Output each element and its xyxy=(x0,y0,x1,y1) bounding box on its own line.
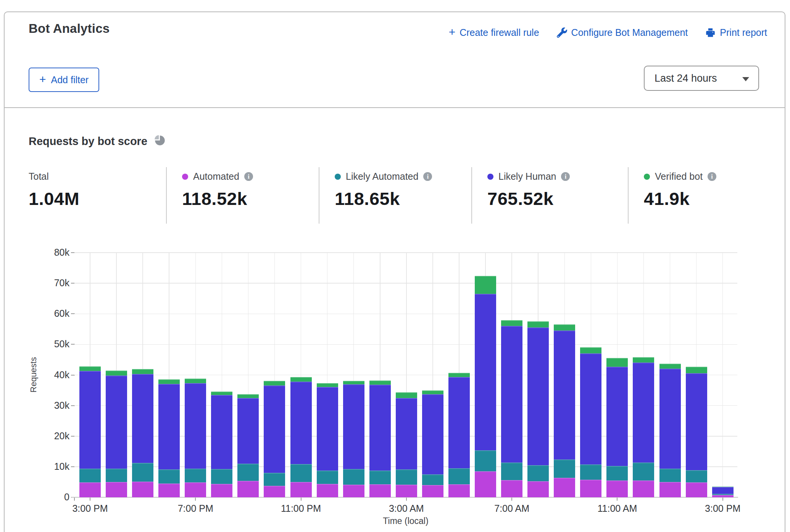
bar-segment-likely-human[interactable] xyxy=(132,374,153,463)
bar-segment-automated[interactable] xyxy=(79,482,101,497)
info-icon[interactable]: i xyxy=(708,172,716,181)
info-icon[interactable]: i xyxy=(244,172,253,181)
bar-segment-automated[interactable] xyxy=(475,471,496,497)
bar-segment-automated[interactable] xyxy=(712,495,734,497)
bar-segment-likely-automated[interactable] xyxy=(290,464,312,482)
bar-segment-verified-bot[interactable] xyxy=(185,379,206,383)
bar-segment-likely-human[interactable] xyxy=(659,369,681,469)
bar-segment-likely-human[interactable] xyxy=(606,367,628,466)
bar-segment-likely-automated[interactable] xyxy=(211,469,232,484)
bar-segment-verified-bot[interactable] xyxy=(211,392,232,395)
bar-segment-likely-human[interactable] xyxy=(475,294,496,450)
bar-segment-likely-automated[interactable] xyxy=(712,494,734,495)
bar-segment-likely-automated[interactable] xyxy=(501,463,522,480)
bar-segment-likely-automated[interactable] xyxy=(317,471,338,484)
bar-segment-verified-bot[interactable] xyxy=(396,392,417,398)
bar-segment-likely-automated[interactable] xyxy=(580,464,601,480)
bar-segment-likely-human[interactable] xyxy=(580,353,601,465)
bar-segment-automated[interactable] xyxy=(527,481,549,497)
bar-segment-likely-human[interactable] xyxy=(396,398,417,469)
time-range-dropdown[interactable]: Last 24 hours xyxy=(644,66,759,91)
bar-segment-likely-human[interactable] xyxy=(79,371,101,469)
bar-segment-verified-bot[interactable] xyxy=(106,371,127,376)
bar-segment-verified-bot[interactable] xyxy=(237,394,259,398)
bar-segment-automated[interactable] xyxy=(158,484,180,497)
bar-segment-verified-bot[interactable] xyxy=(343,381,364,384)
bar-segment-likely-human[interactable] xyxy=(686,373,707,470)
bar-segment-automated[interactable] xyxy=(264,486,285,497)
bar-segment-automated[interactable] xyxy=(659,482,681,497)
bar-segment-likely-automated[interactable] xyxy=(185,469,206,482)
bar-segment-verified-bot[interactable] xyxy=(580,347,601,353)
bar-segment-verified-bot[interactable] xyxy=(158,379,180,384)
bar-segment-automated[interactable] xyxy=(686,482,707,497)
bar-segment-likely-human[interactable] xyxy=(448,377,470,468)
bar-segment-likely-automated[interactable] xyxy=(158,469,180,484)
bar-segment-automated[interactable] xyxy=(580,480,601,497)
bar-segment-verified-bot[interactable] xyxy=(290,377,312,382)
bar-segment-verified-bot[interactable] xyxy=(317,383,338,387)
bar-segment-automated[interactable] xyxy=(396,485,417,497)
bar-segment-automated[interactable] xyxy=(211,484,232,497)
bar-segment-likely-automated[interactable] xyxy=(448,468,470,484)
bar-segment-verified-bot[interactable] xyxy=(527,321,549,327)
bar-segment-likely-automated[interactable] xyxy=(369,471,391,484)
bar-segment-likely-automated[interactable] xyxy=(237,464,259,481)
bar-segment-verified-bot[interactable] xyxy=(501,320,522,326)
bar-segment-verified-bot[interactable] xyxy=(686,367,707,373)
configure-bot-management-link[interactable]: Configure Bot Management xyxy=(557,27,688,38)
bar-segment-automated[interactable] xyxy=(132,482,153,497)
bar-segment-likely-human[interactable] xyxy=(527,327,549,465)
bar-segment-verified-bot[interactable] xyxy=(633,357,654,363)
bar-segment-likely-automated[interactable] xyxy=(686,470,707,482)
bar-segment-automated[interactable] xyxy=(369,484,391,497)
print-report-link[interactable]: Print report xyxy=(705,27,767,38)
bar-segment-likely-human[interactable] xyxy=(264,385,285,473)
bar-segment-likely-human[interactable] xyxy=(237,398,259,464)
bar-segment-likely-automated[interactable] xyxy=(554,459,575,478)
bar-segment-automated[interactable] xyxy=(290,482,312,497)
bar-segment-verified-bot[interactable] xyxy=(264,381,285,385)
bar-segment-verified-bot[interactable] xyxy=(554,324,575,330)
bar-segment-likely-human[interactable] xyxy=(106,376,127,469)
bar-segment-automated[interactable] xyxy=(606,480,628,497)
info-icon[interactable]: i xyxy=(561,172,570,181)
bar-segment-automated[interactable] xyxy=(343,485,364,497)
bar-segment-likely-automated[interactable] xyxy=(527,465,549,481)
bar-segment-likely-automated[interactable] xyxy=(422,474,443,485)
bar-segment-verified-bot[interactable] xyxy=(659,364,681,369)
bar-segment-likely-human[interactable] xyxy=(554,330,575,459)
bar-segment-likely-automated[interactable] xyxy=(106,469,127,482)
bar-segment-automated[interactable] xyxy=(237,481,259,497)
bar-segment-likely-human[interactable] xyxy=(211,395,232,469)
bar-segment-likely-automated[interactable] xyxy=(606,466,628,480)
bar-segment-verified-bot[interactable] xyxy=(448,373,470,377)
bar-segment-likely-automated[interactable] xyxy=(343,469,364,485)
bar-segment-automated[interactable] xyxy=(633,480,654,497)
bar-segment-likely-automated[interactable] xyxy=(264,473,285,486)
add-filter-button[interactable]: + Add filter xyxy=(29,68,99,92)
bar-segment-likely-human[interactable] xyxy=(185,383,206,469)
bar-segment-verified-bot[interactable] xyxy=(132,369,153,374)
bar-segment-likely-human[interactable] xyxy=(317,387,338,471)
bar-segment-automated[interactable] xyxy=(422,485,443,497)
bar-segment-likely-automated[interactable] xyxy=(659,469,681,482)
create-firewall-rule-link[interactable]: + Create firewall rule xyxy=(449,27,539,38)
bar-segment-likely-automated[interactable] xyxy=(132,463,153,482)
bar-segment-verified-bot[interactable] xyxy=(79,366,101,371)
bar-segment-likely-automated[interactable] xyxy=(633,463,654,480)
bar-segment-automated[interactable] xyxy=(448,484,470,497)
bar-segment-likely-human[interactable] xyxy=(501,326,522,463)
bar-segment-likely-human[interactable] xyxy=(712,487,734,494)
bar-segment-verified-bot[interactable] xyxy=(369,380,391,385)
bar-segment-likely-automated[interactable] xyxy=(396,469,417,485)
bar-segment-automated[interactable] xyxy=(185,482,206,497)
bar-segment-likely-human[interactable] xyxy=(422,394,443,474)
bar-segment-likely-human[interactable] xyxy=(158,384,180,469)
bar-segment-likely-human[interactable] xyxy=(343,384,364,469)
bar-segment-likely-automated[interactable] xyxy=(79,469,101,482)
bar-segment-automated[interactable] xyxy=(106,482,127,497)
info-icon[interactable]: i xyxy=(423,172,432,181)
bar-segment-verified-bot[interactable] xyxy=(422,390,443,394)
bar-segment-likely-human[interactable] xyxy=(290,382,312,464)
